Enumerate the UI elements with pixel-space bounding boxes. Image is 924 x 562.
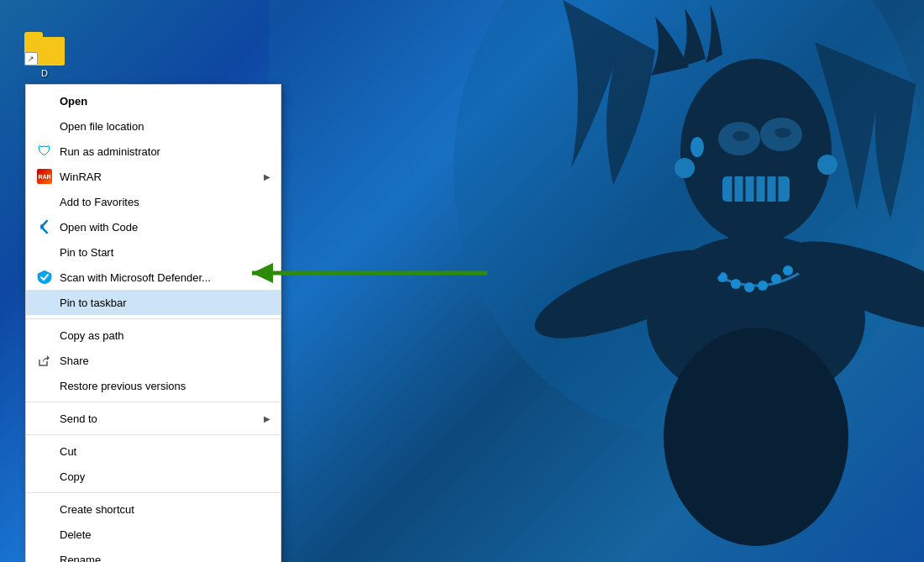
separator-3 xyxy=(26,434,281,435)
svg-point-20 xyxy=(758,281,768,291)
menu-item-open-with-code[interactable]: Open with Code xyxy=(26,214,281,239)
menu-item-create-shortcut[interactable]: Create shortcut xyxy=(26,496,281,522)
open-with-code-label: Open with Code xyxy=(60,221,270,234)
add-favorites-label: Add to Favorites xyxy=(60,196,270,208)
icon-label: D xyxy=(41,68,48,78)
pin-taskbar-icon xyxy=(36,294,53,311)
menu-item-winrar[interactable]: RAR WinRAR ▶ xyxy=(26,164,281,189)
cut-icon xyxy=(36,443,53,460)
run-as-admin-label: Run as administrator xyxy=(60,145,270,158)
send-to-label: Send to xyxy=(60,412,264,425)
menu-item-restore-previous[interactable]: Restore previous versions xyxy=(26,373,281,398)
copy-as-path-label: Copy as path xyxy=(60,329,270,342)
share-label: Share xyxy=(60,355,270,367)
shortcut-arrow-icon: ↗ xyxy=(24,52,38,66)
menu-item-open-file-location[interactable]: Open file location xyxy=(26,113,281,139)
send-to-arrow-icon: ▶ xyxy=(264,414,270,423)
uac-icon: 🛡 xyxy=(36,143,53,160)
favorites-icon xyxy=(36,193,53,210)
rename-icon xyxy=(36,551,53,562)
menu-item-add-favorites[interactable]: Add to Favorites xyxy=(26,189,281,214)
menu-item-cut[interactable]: Cut xyxy=(26,439,281,464)
pin-start-icon xyxy=(36,244,53,260)
delete-label: Delete xyxy=(60,528,270,541)
vscode-icon xyxy=(36,218,53,235)
winrar-icon: RAR xyxy=(36,168,53,185)
copy-label: Copy xyxy=(60,470,270,483)
separator-2 xyxy=(26,402,281,402)
open-label: Open xyxy=(60,95,270,108)
menu-item-copy[interactable]: Copy xyxy=(26,464,281,489)
winrar-label: WinRAR xyxy=(60,171,264,183)
svg-point-21 xyxy=(771,274,781,284)
cut-label: Cut xyxy=(60,445,270,458)
separator-1 xyxy=(26,318,281,319)
defender-icon xyxy=(36,269,53,286)
svg-point-5 xyxy=(664,328,848,546)
copy-icon xyxy=(36,468,53,485)
desktop-icon[interactable]: ↗ D xyxy=(15,32,74,78)
menu-item-open[interactable]: Open xyxy=(26,88,281,113)
create-shortcut-label: Create shortcut xyxy=(60,503,270,516)
menu-item-delete[interactable]: Delete xyxy=(26,522,281,547)
menu-item-run-as-admin[interactable]: 🛡 Run as administrator xyxy=(26,139,281,164)
svg-point-18 xyxy=(731,279,741,289)
restore-icon xyxy=(36,377,53,394)
svg-point-19 xyxy=(744,282,754,292)
create-shortcut-icon xyxy=(36,501,53,517)
restore-previous-label: Restore previous versions xyxy=(60,380,270,392)
separator-4 xyxy=(26,492,281,493)
svg-marker-30 xyxy=(252,263,273,283)
open-icon xyxy=(36,92,53,109)
svg-point-8 xyxy=(732,131,749,141)
context-menu: Open Open file location 🛡 Run as adminis… xyxy=(25,84,281,562)
svg-point-22 xyxy=(783,265,793,276)
send-to-icon xyxy=(36,410,53,427)
menu-item-copy-as-path[interactable]: Copy as path xyxy=(26,323,281,348)
copy-path-icon xyxy=(36,327,53,344)
winrar-arrow-icon: ▶ xyxy=(264,172,270,181)
svg-point-28 xyxy=(690,137,704,157)
menu-item-send-to[interactable]: Send to ▶ xyxy=(26,406,281,431)
svg-point-9 xyxy=(774,128,791,138)
open-file-location-icon xyxy=(36,118,53,134)
annotation-arrow xyxy=(210,248,496,301)
rename-label: Rename xyxy=(60,554,270,563)
svg-point-27 xyxy=(817,155,837,175)
open-file-location-label: Open file location xyxy=(60,120,270,133)
menu-item-share[interactable]: Share xyxy=(26,348,281,373)
delete-icon xyxy=(36,526,53,543)
svg-point-26 xyxy=(675,158,695,178)
folder-icon: ↗ xyxy=(24,32,65,66)
menu-item-rename[interactable]: Rename xyxy=(26,547,281,562)
share-icon xyxy=(36,352,53,369)
